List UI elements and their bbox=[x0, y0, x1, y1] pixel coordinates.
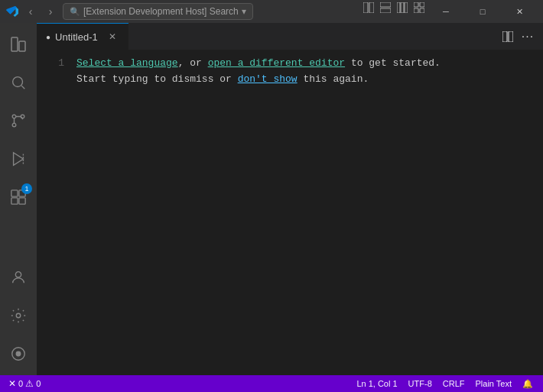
nav-back-button[interactable]: ‹ bbox=[21, 3, 40, 20]
extensions-badge: 1 bbox=[21, 183, 32, 194]
status-bell[interactable]: 🔔 bbox=[519, 375, 537, 392]
svg-rect-8 bbox=[420, 2, 424, 7]
status-bar: ✕ 0 ⚠ 0 Ln 1, Col 1 UTF-8 CRLF Plain Tex… bbox=[0, 375, 543, 392]
sidebar-item-account[interactable] bbox=[0, 259, 37, 296]
status-line-ending[interactable]: CRLF bbox=[439, 375, 469, 392]
svg-rect-22 bbox=[11, 198, 18, 204]
line-2-content: Start typing to dismiss or don't show th… bbox=[76, 72, 543, 86]
svg-rect-9 bbox=[414, 8, 418, 13]
line-ending-label: CRLF bbox=[443, 379, 465, 388]
tab-bar: ● Untitled-1 ✕ ··· bbox=[37, 23, 543, 50]
warning-icon: ⚠ bbox=[25, 378, 34, 389]
editor-line-2: Start typing to dismiss or don't show th… bbox=[37, 72, 543, 86]
svg-rect-20 bbox=[11, 190, 18, 196]
svg-marker-18 bbox=[14, 153, 24, 166]
svg-line-14 bbox=[21, 86, 24, 89]
title-bar-left: ‹ › 🔍 [Extension Development Host] Searc… bbox=[6, 3, 253, 20]
select-language-link[interactable]: Select a language bbox=[76, 57, 178, 69]
svg-rect-6 bbox=[405, 2, 408, 13]
line2-end: this again. bbox=[298, 73, 369, 85]
sidebar-item-extensions[interactable]: 1 bbox=[0, 179, 37, 215]
status-bar-right: Ln 1, Col 1 UTF-8 CRLF Plain Text 🔔 bbox=[353, 375, 537, 392]
nav-buttons: ‹ › bbox=[21, 3, 60, 20]
search-label: [Extension Development Host] Search bbox=[83, 6, 239, 17]
search-bar[interactable]: 🔍 [Extension Development Host] Search ▾ bbox=[63, 3, 253, 20]
search-icon: 🔍 bbox=[70, 7, 80, 17]
sidebar-item-search[interactable] bbox=[0, 64, 37, 101]
main-area: 1 bbox=[0, 23, 543, 375]
svg-rect-29 bbox=[509, 31, 513, 42]
line-number-1: 1 bbox=[37, 56, 76, 70]
line1-comma: , or bbox=[178, 57, 208, 69]
svg-rect-0 bbox=[363, 2, 368, 13]
svg-rect-1 bbox=[369, 2, 374, 13]
svg-rect-4 bbox=[397, 2, 400, 13]
line1-end: to get started. bbox=[345, 57, 441, 69]
svg-rect-23 bbox=[19, 198, 25, 204]
tab-close-icon[interactable]: ✕ bbox=[109, 31, 116, 42]
error-icon: ✕ bbox=[8, 378, 16, 389]
search-dropdown-icon[interactable]: ▾ bbox=[242, 6, 246, 17]
layout-btn-4[interactable] bbox=[411, 0, 427, 15]
svg-rect-10 bbox=[420, 8, 424, 13]
tab-dot: ● bbox=[46, 33, 50, 41]
status-language[interactable]: Plain Text bbox=[472, 375, 516, 392]
tab-title: Untitled-1 bbox=[55, 31, 98, 43]
svg-rect-5 bbox=[401, 2, 404, 13]
svg-point-27 bbox=[16, 352, 21, 356]
warning-count: 0 bbox=[36, 379, 41, 388]
maximize-button[interactable]: □ bbox=[465, 0, 500, 23]
more-actions-button[interactable]: ··· bbox=[519, 28, 537, 46]
sidebar-item-run-debug[interactable] bbox=[0, 141, 37, 177]
bell-icon: 🔔 bbox=[522, 379, 533, 389]
minimize-button[interactable]: ─ bbox=[428, 0, 463, 23]
layout-btn-3[interactable] bbox=[395, 0, 410, 15]
language-label: Plain Text bbox=[476, 379, 512, 388]
svg-rect-7 bbox=[414, 2, 418, 7]
svg-rect-11 bbox=[11, 37, 18, 51]
svg-point-24 bbox=[15, 272, 21, 277]
status-encoding[interactable]: UTF-8 bbox=[405, 375, 436, 392]
editor-content[interactable]: 1 Select a language, or open a different… bbox=[37, 50, 543, 375]
error-count: 0 bbox=[18, 379, 23, 388]
activity-bar: 1 bbox=[0, 23, 37, 375]
editor-line-1: 1 Select a language, or open a different… bbox=[37, 56, 543, 70]
svg-point-15 bbox=[12, 115, 16, 118]
sidebar-item-debug-console[interactable] bbox=[0, 335, 37, 372]
layout-btn-2[interactable] bbox=[378, 0, 393, 15]
encoding-label: UTF-8 bbox=[408, 379, 432, 388]
editor-tab-untitled[interactable]: ● Untitled-1 ✕ bbox=[37, 23, 128, 50]
svg-point-17 bbox=[12, 123, 16, 127]
layout-btn-1[interactable] bbox=[361, 0, 376, 15]
svg-rect-2 bbox=[380, 2, 391, 7]
split-editor-button[interactable] bbox=[499, 28, 517, 46]
close-button[interactable]: ✕ bbox=[502, 0, 537, 23]
svg-point-25 bbox=[16, 313, 21, 318]
dont-show-link[interactable]: don't show bbox=[238, 73, 298, 85]
status-position[interactable]: Ln 1, Col 1 bbox=[353, 375, 401, 392]
svg-point-13 bbox=[13, 77, 23, 87]
position-label: Ln 1, Col 1 bbox=[356, 379, 397, 388]
editor-area: ● Untitled-1 ✕ ··· 1 Select a language, bbox=[37, 23, 543, 375]
vscode-icon bbox=[6, 5, 18, 18]
window-controls: ─ □ ✕ bbox=[361, 0, 537, 23]
tab-actions: ··· bbox=[499, 28, 543, 46]
sidebar-item-explorer[interactable] bbox=[0, 26, 37, 63]
line-1-content: Select a language, or open a different e… bbox=[76, 56, 543, 70]
title-bar: ‹ › 🔍 [Extension Development Host] Searc… bbox=[0, 0, 543, 23]
line2-start: Start typing to dismiss or bbox=[76, 73, 238, 85]
svg-rect-3 bbox=[380, 8, 391, 13]
open-editor-link[interactable]: open a different editor bbox=[208, 57, 345, 69]
sidebar-item-source-control[interactable] bbox=[0, 102, 37, 139]
nav-forward-button[interactable]: › bbox=[41, 3, 60, 20]
svg-rect-28 bbox=[502, 31, 507, 42]
svg-rect-12 bbox=[19, 41, 25, 51]
status-bar-left: ✕ 0 ⚠ 0 bbox=[6, 375, 43, 392]
activity-bar-bottom bbox=[0, 259, 37, 375]
sidebar-item-settings[interactable] bbox=[0, 297, 37, 334]
status-errors[interactable]: ✕ 0 ⚠ 0 bbox=[6, 375, 43, 392]
